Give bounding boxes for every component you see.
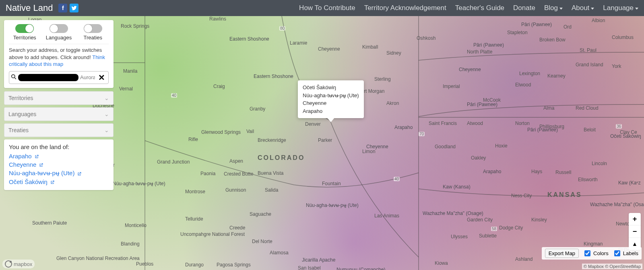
toggle-languages[interactable] bbox=[50, 24, 68, 33]
chevron-down-icon bbox=[559, 8, 563, 10]
route-label: 40 bbox=[394, 177, 400, 181]
map-label: Sterling bbox=[374, 76, 391, 82]
nav-contribute[interactable]: How To Contribute bbox=[299, 4, 355, 12]
map-label: Red Cloud bbox=[576, 105, 599, 111]
map-label: Rock Springs bbox=[121, 23, 149, 29]
map-label: Limon bbox=[362, 149, 376, 154]
help-text: Search your address, or toggle switches … bbox=[9, 47, 109, 68]
map-label: Durango bbox=[185, 262, 204, 268]
search-value-visible: Aurora, bbox=[80, 74, 95, 80]
chevron-down-icon bbox=[635, 8, 638, 10]
territory-label: Núu-agha-tʉvʉ-pʉ̱ (Ute) bbox=[306, 202, 359, 208]
toggle-territories[interactable] bbox=[15, 24, 34, 33]
result-link[interactable]: Núu-agha-tʉvʉ-pʉ̱ (Ute) bbox=[9, 169, 109, 178]
map-label: Ulysses bbox=[451, 234, 468, 239]
labels-checkbox[interactable]: Labels bbox=[613, 249, 638, 258]
map-label: Elwood bbox=[515, 82, 531, 88]
result-link[interactable]: Očeti Šakówiŋ bbox=[9, 178, 109, 186]
map-label: Paonia bbox=[200, 171, 215, 176]
map-label: Norton bbox=[515, 121, 530, 126]
map-label: Oshkosh bbox=[417, 35, 436, 41]
popup-line[interactable]: Arapaho bbox=[303, 107, 359, 115]
nav-donate[interactable]: Donate bbox=[513, 4, 535, 12]
dropdown-territories[interactable]: Territories ⌄ bbox=[4, 91, 114, 105]
map-label: Denver bbox=[305, 121, 321, 127]
map-label: Aspen bbox=[229, 158, 243, 164]
map-label: Salida bbox=[265, 187, 278, 193]
territory-label: Pâri (Pawnee) bbox=[527, 127, 558, 133]
map-label: Creede bbox=[229, 225, 245, 231]
labels-checkbox-input[interactable] bbox=[614, 250, 620, 256]
map-label: San Isabel bbox=[298, 265, 321, 270]
search-input-row[interactable]: Aurora, ✕ bbox=[9, 71, 109, 84]
popup-line[interactable]: Očeti Šakówiŋ bbox=[303, 84, 359, 92]
nav-acknowledgement[interactable]: Territory Acknowledgement bbox=[364, 4, 446, 12]
map-label: Rifle bbox=[188, 137, 198, 142]
map-label: Breckenridge bbox=[258, 137, 286, 143]
nav-blog[interactable]: Blog bbox=[544, 4, 563, 12]
map-label: York bbox=[612, 63, 621, 69]
map-label: Kearney bbox=[547, 73, 566, 79]
map-label: Gunnison bbox=[225, 187, 246, 193]
colors-checkbox-input[interactable] bbox=[584, 250, 590, 256]
territory-label: Kaw (Kansa) bbox=[443, 184, 471, 190]
toggle-territories-label: Territories bbox=[13, 35, 36, 41]
territory-label: Eastern Shoshone bbox=[229, 36, 269, 42]
dropdown-treaties[interactable]: Treaties ⌄ bbox=[4, 123, 114, 137]
map-label: Lincoln bbox=[592, 161, 607, 166]
results-card: You are on the land of: Arapaho Cheyenne… bbox=[4, 139, 114, 190]
mapbox-logo[interactable]: mapbox bbox=[2, 260, 35, 268]
map-label: Albion bbox=[592, 18, 605, 23]
map-label: Uncompahgre National Forest bbox=[180, 231, 245, 237]
route-label: 40 bbox=[171, 93, 177, 98]
result-link[interactable]: Cheyenne bbox=[9, 160, 109, 169]
zoom-in-button[interactable]: + bbox=[629, 213, 641, 225]
map-label: Blanding bbox=[121, 241, 140, 247]
territory-label: Pâri (Pawnee) bbox=[473, 42, 504, 48]
popup-line[interactable]: Cheyenne bbox=[303, 99, 359, 107]
map-label: Grand Island bbox=[576, 62, 603, 68]
clear-search-button[interactable]: ✕ bbox=[97, 73, 107, 82]
map-label: Parker bbox=[318, 137, 332, 143]
nav-about[interactable]: About bbox=[572, 4, 594, 12]
nav-teachers[interactable]: Teacher's Guide bbox=[455, 4, 504, 12]
twitter-icon[interactable] bbox=[70, 4, 78, 12]
results-heading: You are on the land of: bbox=[9, 143, 109, 150]
map-label: Ord bbox=[564, 24, 572, 30]
top-navbar: Native Land f How To Contribute Territor… bbox=[0, 0, 644, 16]
zoom-out-button[interactable]: − bbox=[629, 225, 641, 238]
map-label: Akron bbox=[386, 100, 399, 106]
map-label: Kingman bbox=[584, 241, 603, 247]
route-label: 80 bbox=[279, 26, 285, 31]
map-label: Hays bbox=[531, 169, 542, 174]
map-label: Del Norte bbox=[252, 239, 272, 244]
brand-title[interactable]: Native Land bbox=[6, 3, 53, 13]
social-links: f bbox=[58, 4, 78, 12]
map-label: Alamosa bbox=[270, 250, 289, 256]
map-label: Grand Junction bbox=[157, 159, 190, 165]
territory-label: Pâri (Pawnee) bbox=[467, 102, 497, 107]
dropdown-languages[interactable]: Languages ⌄ bbox=[4, 107, 114, 121]
territory-label: Southern Paiute bbox=[32, 220, 67, 226]
map-label: Saguache bbox=[250, 211, 271, 217]
map-label: Glen Canyon National Recreation Area bbox=[56, 256, 140, 261]
territory-label: Pâri (Pawnee) bbox=[521, 22, 552, 27]
map-label: Glenwood Springs bbox=[201, 129, 241, 135]
nav-language[interactable]: Language bbox=[603, 4, 638, 12]
map-label: Beloit bbox=[584, 127, 596, 133]
zoom-controls: + − ▲ bbox=[629, 213, 641, 250]
map-label: Kinsley bbox=[531, 217, 547, 223]
search-value-redacted bbox=[18, 74, 78, 81]
territory-label: Jicarilla Apache bbox=[302, 257, 335, 263]
territory-label: Očeti Šakówiŋ bbox=[610, 133, 641, 139]
map-label: Montrose bbox=[185, 189, 205, 194]
facebook-icon[interactable]: f bbox=[58, 4, 67, 12]
map-label: North Platte bbox=[467, 49, 492, 55]
map-popup: Očeti ŠakówiŋNúu-agha-tʉvʉ-pʉ̱ (Ute)Chey… bbox=[298, 80, 364, 118]
colors-checkbox[interactable]: Colors bbox=[583, 249, 609, 258]
territory-label: Núu-agha-tʉvʉ-pʉ̱ (Ute) bbox=[113, 181, 165, 186]
popup-line[interactable]: Núu-agha-tʉvʉ-pʉ̱ (Ute) bbox=[303, 92, 359, 100]
export-map-button[interactable]: Export Map bbox=[545, 249, 579, 258]
toggle-treaties[interactable] bbox=[84, 24, 102, 33]
result-link[interactable]: Arapaho bbox=[9, 152, 109, 160]
